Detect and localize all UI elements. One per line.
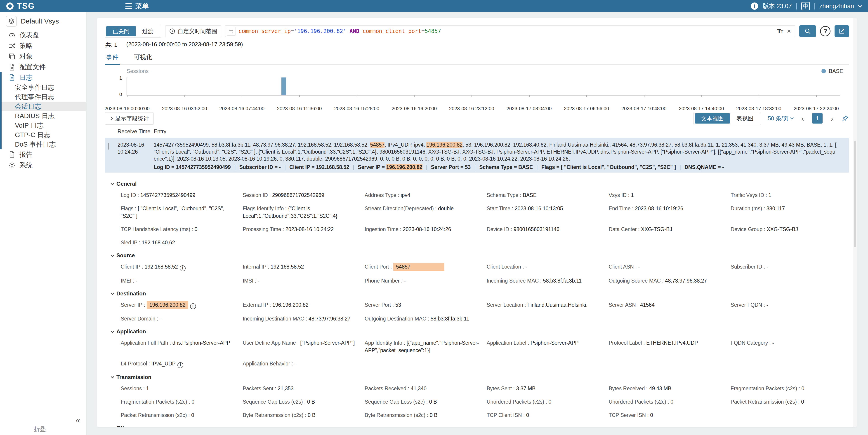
x-tick-label: 2023-08-17 10:48:00 [621, 106, 666, 111]
field-Packet Retransmission (s2c): Packet Retransmission (s2c) : 0 [121, 411, 237, 419]
collapse-label[interactable]: 折叠 [34, 425, 46, 433]
field-Application Behavior: Application Behavior : - [243, 360, 359, 368]
scrollbar-thumb[interactable] [854, 141, 856, 247]
sidebar-item-VoIP 日志[interactable]: VoIP 日志 [0, 121, 86, 130]
time-range-button[interactable]: 自定义时间范围 [165, 25, 221, 37]
chevron-down-icon[interactable] [858, 3, 862, 8]
field-value: BASE [523, 192, 536, 198]
sidebar-item-代理事件日志[interactable]: 代理事件日志 [0, 92, 86, 102]
info-icon[interactable]: i [178, 362, 183, 368]
sidebar-item-profile[interactable]: 配置文件 [0, 62, 86, 72]
field-value: 0 [195, 226, 197, 232]
sidebar-item-安全事件日志[interactable]: 安全事件日志 [0, 83, 86, 92]
chevron-down-icon [790, 116, 794, 120]
field-label: Protocol Label : [609, 340, 646, 346]
chevron-down-icon [111, 181, 114, 185]
sidebar-item-会话日志[interactable]: 会话日志 [0, 102, 86, 111]
sidebar-item-system[interactable]: 系统 [0, 160, 86, 170]
field-label: Sled IP : [121, 240, 142, 245]
sidebar-item-object[interactable]: 对象 [0, 51, 86, 62]
badge-divider: | [353, 164, 354, 170]
badge-Server Port: Server Port = 53 [431, 164, 471, 170]
field-label: Incoming Source MAC : [487, 278, 543, 284]
section-grid-Destination: Server IP : 196.196.200.82iExternal IP :… [111, 298, 849, 325]
x-tick-mark [127, 95, 127, 97]
username[interactable]: zhangzhihan [819, 3, 854, 10]
log-icon [8, 74, 16, 81]
field-Device ID: Device ID : 9800165603191146 [487, 226, 603, 233]
section-header-Application[interactable]: Application [111, 328, 849, 335]
section-title: Other [116, 425, 131, 427]
field-label: Unordered Packets (s2c) : [609, 399, 671, 405]
sidebar-item-RADIUS 日志[interactable]: RADIUS 日志 [0, 111, 86, 121]
field-value: 0 [549, 399, 552, 405]
field-label: Client ASN : [609, 264, 638, 270]
section-header-Transmission[interactable]: Transmission [111, 374, 849, 380]
sidebar-item-label: 配置文件 [20, 63, 46, 72]
text-format-icon[interactable]: TT [777, 28, 783, 35]
pin-icon[interactable] [841, 114, 849, 122]
version-label: 版本 23.07 [763, 2, 792, 10]
badge-Server IP: Server IP = 196.196.200.82 [358, 164, 422, 170]
field-value: IPv4_UDP [151, 361, 176, 367]
badge-label: Log ID = [154, 164, 176, 170]
sidebar-item-policy[interactable]: 策略 [0, 40, 86, 51]
sidebar-item-dashboard[interactable]: 仪表盘 [0, 30, 86, 40]
field-value: 0 B [429, 399, 437, 405]
field-value: 54857 [393, 263, 444, 271]
vsys-selector[interactable]: Default Vsys [0, 12, 86, 30]
next-page-button[interactable]: › [829, 114, 835, 123]
field-label: Sequence Gap Loss (s2c) : [365, 399, 429, 405]
collapse-sidebar-icon[interactable]: « [76, 416, 80, 425]
language-icon[interactable]: 中 [801, 2, 810, 10]
field-label: Packets Received : [365, 386, 410, 392]
clear-query-icon[interactable]: × [785, 27, 792, 35]
search-button[interactable] [799, 25, 816, 37]
field-label: Sequence Gap Loss (c2s) : [243, 399, 307, 405]
section-header-Other[interactable]: Other [111, 425, 849, 427]
field-value: Psiphon-Server-APP [530, 340, 579, 346]
x-tick-label: 2023-08-16 19:20:00 [392, 106, 437, 111]
query-segment: = [291, 28, 294, 34]
tab-事件[interactable]: 事件 [105, 51, 120, 64]
info-icon[interactable]: i [751, 2, 758, 10]
info-icon[interactable]: i [190, 303, 196, 309]
tab-可视化[interactable]: 可视化 [132, 51, 153, 64]
x-tick-mark [414, 95, 414, 97]
view-button-文本视图[interactable]: 文本视图 [695, 113, 730, 124]
session-bar[interactable] [281, 77, 286, 95]
field-value: 49.43 MB [649, 386, 671, 392]
report-icon [8, 151, 16, 159]
entry-segment: 1457427735952490499, 58:b3:8f:fa:3b:11, … [154, 142, 370, 148]
sidebar-item-GTP-C 日志[interactable]: GTP-C 日志 [0, 130, 86, 140]
status-button-已关闭[interactable]: 已关闭 [106, 26, 136, 36]
sidebar-item-log[interactable]: 日志 [0, 72, 86, 83]
scrollbar[interactable] [853, 18, 857, 427]
query-input[interactable]: common_server_ip='196.196.200.82' AND co… [225, 25, 795, 37]
x-tick-label: 2023-08-16 15:28:00 [334, 106, 379, 111]
field-value: 192.168.58.52 [271, 264, 304, 270]
sidebar-item-DoS 事件日志[interactable]: DoS 事件日志 [0, 140, 86, 149]
menu-button[interactable]: 菜单 [125, 2, 149, 11]
chevron-down-icon [111, 375, 114, 378]
help-button[interactable]: ? [820, 26, 831, 36]
x-tick-label: 2023-08-17 14:40:00 [679, 106, 724, 111]
export-button[interactable] [835, 25, 849, 37]
info-icon[interactable]: i [180, 265, 186, 271]
page-size-select[interactable]: 50 条/页 [768, 115, 794, 122]
field-value: 58:b3:8f:fa:3b:11 [543, 278, 582, 284]
section-header-Destination[interactable]: Destination [111, 291, 849, 297]
view-button-表视图[interactable]: 表视图 [730, 113, 760, 124]
collapse-row-button[interactable] [105, 141, 118, 162]
status-button-过渡[interactable]: 过渡 [136, 26, 160, 36]
section-header-General[interactable]: General [111, 181, 849, 187]
sidebar-item-report[interactable]: 报告 [0, 149, 86, 160]
prev-page-button[interactable]: ‹ [800, 114, 805, 123]
section-header-Source[interactable]: Source [111, 252, 849, 259]
field-stats-button[interactable]: 显示字段统计 [105, 112, 154, 125]
field-label: Server Location : [487, 302, 527, 308]
field-label: Subscriber ID : [731, 264, 767, 270]
field-label: Vsys ID : [609, 192, 631, 198]
page-number-button[interactable]: 1 [812, 113, 823, 124]
badge-value: BASE [518, 164, 533, 170]
